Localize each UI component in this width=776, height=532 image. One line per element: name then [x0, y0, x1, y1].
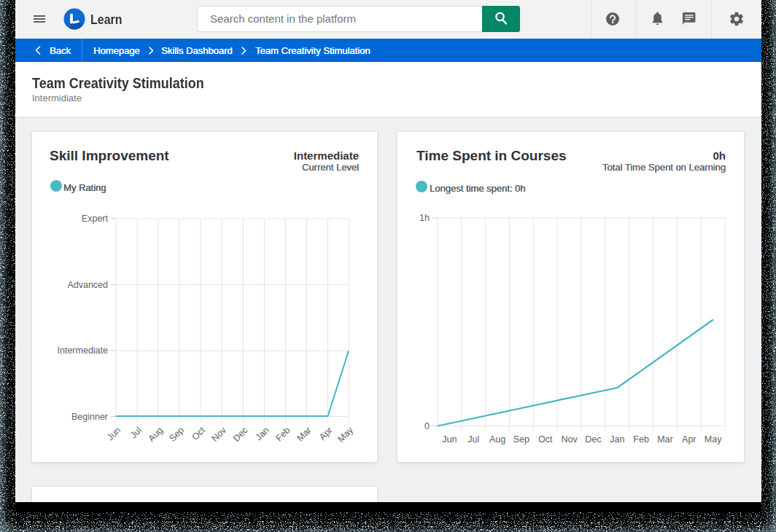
svg-text:Jul: Jul: [128, 425, 144, 440]
svg-text:Dec: Dec: [231, 425, 250, 444]
svg-text:Jun: Jun: [105, 425, 123, 442]
svg-text:Apr: Apr: [317, 425, 335, 442]
svg-text:Feb: Feb: [273, 425, 292, 443]
svg-text:Jan: Jan: [253, 425, 271, 442]
svg-text:Nov: Nov: [561, 434, 578, 445]
svg-text:Nov: Nov: [209, 425, 228, 444]
svg-text:Oct: Oct: [190, 425, 207, 442]
svg-text:Aug: Aug: [146, 425, 165, 444]
svg-text:Dec: Dec: [585, 434, 601, 445]
svg-text:Sep: Sep: [513, 434, 529, 445]
svg-text:Aug: Aug: [489, 434, 505, 445]
svg-text:Sep: Sep: [167, 425, 186, 444]
svg-text:Apr: Apr: [682, 434, 696, 445]
svg-text:Expert: Expert: [82, 214, 109, 224]
svg-text:Mar: Mar: [295, 425, 313, 443]
svg-text:Jun: Jun: [442, 434, 457, 445]
svg-text:May: May: [705, 434, 722, 445]
svg-text:Feb: Feb: [633, 434, 649, 445]
svg-text:Jul: Jul: [467, 434, 479, 445]
svg-text:Mar: Mar: [657, 434, 673, 445]
svg-text:1h: 1h: [419, 213, 430, 223]
svg-text:Advanced: Advanced: [67, 280, 108, 290]
svg-text:May: May: [336, 425, 356, 445]
svg-text:Beginner: Beginner: [71, 412, 108, 422]
svg-text:Oct: Oct: [538, 434, 553, 445]
svg-text:Jan: Jan: [610, 434, 624, 445]
svg-text:0: 0: [424, 421, 430, 431]
svg-text:Intermediate: Intermediate: [58, 345, 109, 356]
